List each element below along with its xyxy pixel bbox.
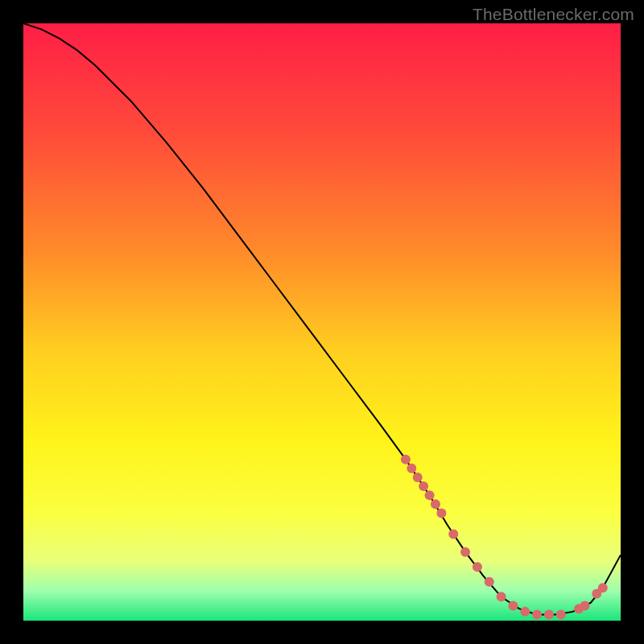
data-marker	[448, 529, 458, 539]
data-marker	[473, 562, 482, 572]
data-marker	[508, 601, 518, 610]
data-marker	[460, 547, 470, 557]
data-marker	[413, 473, 423, 482]
data-marker	[532, 610, 542, 620]
data-marker	[598, 583, 608, 592]
watermark-text: TheBottlenecker.com	[473, 5, 634, 24]
data-marker	[556, 610, 566, 620]
data-marker	[520, 607, 530, 617]
data-marker	[580, 601, 589, 610]
chart-overlay	[23, 23, 621, 621]
data-marker	[436, 508, 446, 518]
data-marker	[485, 577, 494, 587]
data-marker	[407, 464, 416, 473]
data-marker	[419, 481, 428, 491]
chart-stage: TheBottlenecker.com	[0, 0, 644, 644]
marker-group	[401, 455, 608, 620]
data-marker	[425, 490, 435, 500]
data-marker	[431, 499, 440, 509]
data-marker	[401, 455, 411, 464]
data-marker	[544, 610, 554, 620]
data-marker	[497, 592, 506, 601]
bottleneck-curve	[23, 23, 621, 615]
